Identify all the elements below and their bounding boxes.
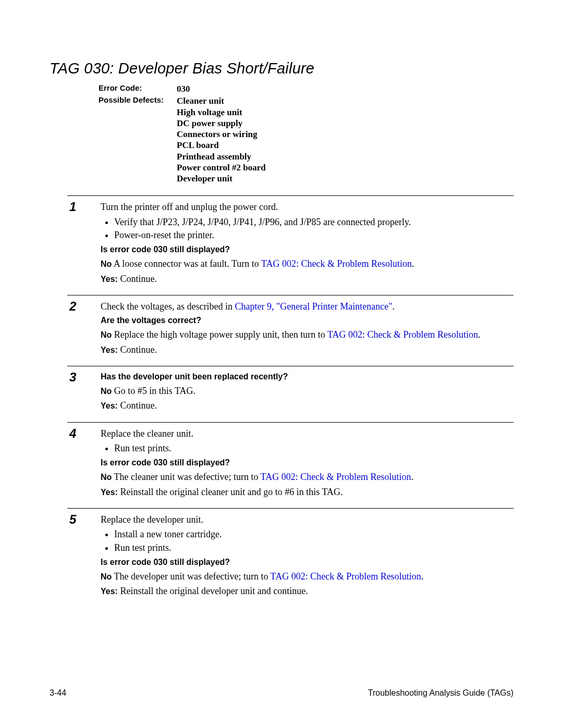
yes-label: Yes:	[101, 587, 118, 596]
bullet-item: Verify that J/P23, J/P24, J/P40, J/P41, …	[114, 216, 513, 228]
step-body: Replace the cleaner unit. Run test print…	[101, 427, 513, 501]
no-text-pre: The cleaner unit was defective; turn to	[114, 472, 261, 482]
bullet-item: Run test prints.	[114, 442, 513, 454]
defect-item: Cleaner unit	[177, 95, 266, 106]
footer-doc-title: Troubleshooting Analysis Guide (TAGs)	[368, 688, 513, 698]
answer-yes: Yes: Continue.	[101, 400, 513, 412]
answer-no: No The developer unit was defective; tur…	[101, 571, 513, 583]
footer-page-num: 3-44	[50, 688, 66, 698]
yes-text: Continue.	[118, 344, 157, 355]
yes-text: Continue.	[118, 400, 157, 411]
step-intro: Turn the printer off and unplug the powe…	[101, 201, 513, 213]
page: TAG 030: Developer Bias Short/Failure Er…	[0, 0, 563, 728]
tag-002-link[interactable]: TAG 002: Check & Problem Resolution	[261, 258, 412, 269]
tag-002-link[interactable]: TAG 002: Check & Problem Resolution	[271, 571, 421, 582]
step-question: Is error code 030 still displayed?	[101, 244, 513, 255]
no-text-post: .	[412, 258, 414, 269]
no-label: No	[101, 260, 112, 268]
no-text-pre: A loose connector was at fault. Turn to	[114, 258, 261, 269]
step-bullets: Install a new toner cartridge. Run test …	[101, 528, 513, 554]
defects-label: Possible Defects:	[99, 95, 177, 184]
page-title: TAG 030: Developer Bias Short/Failure	[50, 60, 513, 77]
error-code-row: Error Code: 030	[99, 83, 513, 94]
yes-text: Reinstall the original developer unit an…	[118, 586, 308, 596]
step-body: Has the developer unit been replaced rec…	[101, 371, 513, 415]
step-intro: Check the voltages, as described in Chap…	[101, 301, 513, 313]
tag-002-link[interactable]: TAG 002: Check & Problem Resolution	[327, 329, 478, 340]
step-number: 3	[67, 371, 101, 415]
error-code-label: Error Code:	[99, 83, 177, 94]
no-text-pre: The developer unit was defective; turn t…	[114, 571, 271, 582]
answer-yes: Yes: Reinstall the original cleaner unit…	[101, 486, 513, 498]
no-label: No	[101, 572, 112, 581]
bullet-item: Run test prints.	[114, 542, 513, 554]
step-question: Are the voltages correct?	[101, 315, 513, 326]
defect-item: DC power supply	[177, 118, 266, 129]
yes-text: Continue.	[118, 274, 157, 284]
bullet-item: Install a new toner cartridge.	[114, 528, 513, 540]
step-1: 1 Turn the printer off and unplug the po…	[67, 195, 513, 295]
step-number: 1	[67, 200, 101, 288]
answer-yes: Yes: Continue.	[101, 273, 513, 285]
no-text-post: .	[421, 571, 424, 582]
answer-no: No The cleaner unit was defective; turn …	[101, 471, 513, 483]
step-number: 5	[67, 513, 101, 600]
yes-label: Yes:	[101, 488, 118, 497]
defect-item: Power control #2 board	[177, 162, 266, 173]
step-number: 2	[67, 300, 101, 359]
yes-label: Yes:	[101, 275, 118, 283]
step-body: Replace the developer unit. Install a ne…	[101, 513, 513, 600]
intro-pre: Check the voltages, as described in	[101, 301, 235, 312]
answer-no: No A loose connector was at fault. Turn …	[101, 258, 513, 270]
step-question: Is error code 030 still displayed?	[101, 557, 513, 568]
no-label: No	[101, 473, 112, 482]
step-3: 3 Has the developer unit been replaced r…	[67, 366, 513, 422]
defect-item: PCL board	[177, 140, 266, 151]
step-5: 5 Replace the developer unit. Install a …	[67, 508, 513, 608]
no-text: Go to #5 in this TAG.	[114, 386, 195, 396]
bullet-item: Power-on-reset the printer.	[114, 229, 513, 241]
page-footer: 3-44 Troubleshooting Analysis Guide (TAG…	[50, 688, 513, 698]
chapter-9-link[interactable]: Chapter 9, "General Printer Maintenance"	[235, 301, 392, 312]
answer-yes: Yes: Reinstall the original developer un…	[101, 585, 513, 597]
step-body: Turn the printer off and unplug the powe…	[101, 200, 513, 288]
step-body: Check the voltages, as described in Chap…	[101, 300, 513, 359]
step-intro: Replace the cleaner unit.	[101, 428, 513, 440]
steps: 1 Turn the printer off and unplug the po…	[67, 195, 513, 607]
error-code-value: 030	[177, 83, 190, 94]
defect-item: Developer unit	[177, 173, 266, 184]
no-text-post: .	[411, 472, 414, 482]
meta-block: Error Code: 030 Possible Defects: Cleane…	[99, 83, 513, 184]
no-text-pre: Replace the high voltage power supply un…	[114, 329, 327, 340]
step-4: 4 Replace the cleaner unit. Run test pri…	[67, 422, 513, 508]
defects-row: Possible Defects: Cleaner unit High volt…	[99, 95, 513, 184]
no-label: No	[101, 387, 112, 396]
defect-item: Printhead assembly	[177, 151, 266, 162]
answer-no: No Replace the high voltage power supply…	[101, 329, 513, 341]
defect-item: Connectors or wiring	[177, 129, 266, 140]
step-bullets: Verify that J/P23, J/P24, J/P40, J/P41, …	[101, 216, 513, 242]
yes-text: Reinstall the original cleaner unit and …	[118, 487, 343, 497]
step-question: Is error code 030 still displayed?	[101, 458, 513, 468]
answer-yes: Yes: Continue.	[101, 344, 513, 356]
answer-no: No Go to #5 in this TAG.	[101, 385, 513, 397]
defects-list: Cleaner unit High voltage unit DC power …	[177, 95, 266, 184]
defect-item: High voltage unit	[177, 107, 266, 118]
step-number: 4	[67, 427, 101, 501]
step-2: 2 Check the voltages, as described in Ch…	[67, 295, 513, 366]
yes-label: Yes:	[101, 401, 118, 410]
step-intro: Replace the developer unit.	[101, 514, 513, 526]
no-label: No	[101, 330, 112, 339]
no-text-post: .	[478, 329, 481, 340]
tag-002-link[interactable]: TAG 002: Check & Problem Resolution	[261, 472, 411, 482]
step-question: Has the developer unit been replaced rec…	[101, 372, 513, 382]
intro-post: .	[393, 301, 395, 312]
yes-label: Yes:	[101, 346, 118, 354]
step-bullets: Run test prints.	[101, 442, 513, 454]
